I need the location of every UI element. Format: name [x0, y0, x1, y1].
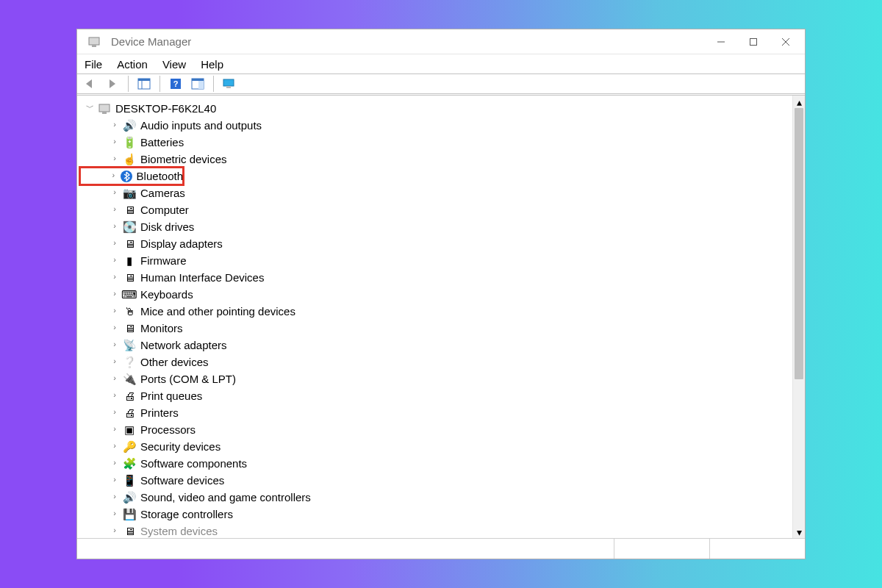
chevron-right-icon[interactable]: ›: [110, 302, 120, 319]
tree-category[interactable]: ›📷Cameras: [80, 184, 792, 201]
tree-category[interactable]: ›Bluetooth: [80, 168, 183, 184]
tree-category[interactable]: ›🖥Computer: [80, 201, 792, 218]
chevron-right-icon[interactable]: ›: [110, 437, 120, 454]
tree-category[interactable]: ›🔑Security devices: [80, 438, 792, 455]
category-label: Human Interface Devices: [140, 269, 264, 286]
toolbar-help-icon[interactable]: ?: [167, 76, 184, 92]
chevron-right-icon[interactable]: ›: [110, 285, 120, 302]
tree-category[interactable]: ›📡Network adapters: [80, 337, 792, 354]
chevron-right-icon[interactable]: ›: [110, 116, 120, 133]
minimize-button[interactable]: [705, 31, 737, 53]
tree-category[interactable]: ›🖥Display adapters: [80, 235, 792, 252]
close-button[interactable]: [770, 31, 802, 53]
category-label: Computer: [140, 201, 189, 218]
tree-category[interactable]: ›🖥System devices: [80, 523, 792, 538]
category-label: Audio inputs and outputs: [140, 117, 262, 134]
tree-category[interactable]: ›▮Firmware: [80, 252, 792, 269]
chevron-right-icon[interactable]: ›: [110, 336, 120, 353]
category-label: Other devices: [140, 354, 209, 370]
category-icon: 📱: [123, 474, 136, 487]
chevron-right-icon[interactable]: ›: [110, 251, 120, 268]
scroll-track[interactable]: [793, 108, 805, 526]
svg-rect-3: [750, 38, 757, 45]
category-icon: 🖨: [123, 390, 136, 403]
chevron-right-icon[interactable]: ›: [110, 218, 120, 234]
category-icon: 🖨: [123, 406, 136, 420]
statusbar: [77, 538, 805, 559]
toolbar-properties-icon[interactable]: [189, 76, 207, 92]
tree-category[interactable]: ›💾Storage controllers: [80, 506, 792, 523]
scroll-down-icon[interactable]: ▾: [793, 526, 805, 538]
chevron-right-icon[interactable]: ›: [110, 353, 120, 370]
tree-category[interactable]: ›⌨Keyboards: [80, 286, 792, 303]
chevron-right-icon[interactable]: ›: [110, 522, 120, 538]
chevron-right-icon[interactable]: ›: [110, 488, 120, 505]
vertical-scrollbar[interactable]: ▴ ▾: [792, 96, 805, 538]
tree-category[interactable]: ›🖥Human Interface Devices: [80, 269, 792, 286]
category-label: Software devices: [140, 472, 224, 489]
chevron-right-icon[interactable]: ›: [110, 420, 120, 437]
chevron-right-icon[interactable]: ›: [110, 150, 120, 167]
category-label: Processors: [140, 421, 196, 438]
toolbar-forward-icon[interactable]: [104, 76, 121, 92]
tree-category[interactable]: ›💽Disk drives: [80, 218, 792, 235]
tree-category[interactable]: ›🖨Print queues: [80, 387, 792, 404]
chevron-right-icon[interactable]: ›: [110, 404, 120, 420]
tree-category[interactable]: ›🔊Sound, video and game controllers: [80, 489, 792, 506]
tree-category[interactable]: ›🔋Batteries: [80, 134, 792, 151]
chevron-right-icon[interactable]: ›: [110, 387, 120, 404]
tree-category[interactable]: ›🔊Audio inputs and outputs: [80, 117, 792, 134]
chevron-right-icon[interactable]: ›: [110, 471, 120, 488]
chevron-right-icon[interactable]: ›: [110, 234, 120, 251]
tree-category[interactable]: ›🧩Software components: [80, 455, 792, 472]
chevron-right-icon[interactable]: ›: [110, 454, 120, 471]
tree-category[interactable]: ›🖨Printers: [80, 404, 792, 421]
chevron-right-icon[interactable]: ›: [110, 201, 120, 218]
chevron-down-icon[interactable]: ﹀: [85, 99, 95, 116]
tree-category[interactable]: ›🔌Ports (COM & LPT): [80, 370, 792, 387]
menu-file[interactable]: File: [85, 58, 102, 71]
tree-category[interactable]: ›❔Other devices: [80, 354, 792, 370]
category-icon: ⌨: [123, 288, 136, 301]
svg-rect-14: [223, 79, 234, 86]
chevron-right-icon[interactable]: ›: [110, 167, 118, 184]
menu-view[interactable]: View: [162, 58, 186, 71]
chevron-right-icon[interactable]: ›: [110, 268, 120, 285]
tree-category[interactable]: ›📱Software devices: [80, 472, 792, 489]
window-controls: [705, 31, 802, 53]
chevron-right-icon[interactable]: ›: [110, 184, 120, 201]
toolbar-tree-icon[interactable]: [135, 76, 153, 92]
statusbar-cell: [709, 539, 805, 559]
category-label: Keyboards: [140, 286, 193, 303]
svg-rect-13: [198, 81, 204, 89]
tree-category[interactable]: ›🖥Monitors: [80, 320, 792, 337]
category-icon: 🖥: [123, 204, 136, 217]
toolbar-separator: [213, 76, 214, 92]
toolbar-separator: [159, 76, 160, 92]
menu-action[interactable]: Action: [117, 58, 148, 71]
category-icon: 💽: [123, 220, 136, 234]
category-label: Software components: [140, 455, 247, 472]
category-icon: 🧩: [123, 457, 136, 470]
toolbar-monitors-icon[interactable]: [220, 76, 238, 92]
scroll-up-icon[interactable]: ▴: [793, 96, 805, 108]
device-tree[interactable]: ﹀ DESKTOP-F6K2L40 ›🔊Audio inputs and out…: [77, 96, 792, 538]
root-label: DESKTOP-F6K2L40: [115, 100, 216, 117]
tree-root[interactable]: ﹀ DESKTOP-F6K2L40: [80, 100, 792, 117]
chevron-right-icon[interactable]: ›: [110, 133, 120, 150]
category-icon: 🔌: [123, 373, 136, 386]
chevron-right-icon[interactable]: ›: [110, 370, 120, 387]
tree-category[interactable]: ›🖱Mice and other pointing devices: [80, 303, 792, 320]
category-label: Biometric devices: [140, 151, 227, 168]
chevron-right-icon[interactable]: ›: [110, 319, 120, 336]
tree-category[interactable]: ›▣Processors: [80, 421, 792, 438]
svg-rect-12: [192, 79, 204, 81]
scroll-thumb[interactable]: [795, 108, 803, 379]
menu-help[interactable]: Help: [201, 58, 223, 71]
svg-rect-15: [226, 86, 231, 88]
chevron-right-icon[interactable]: ›: [110, 505, 120, 522]
toolbar-back-icon[interactable]: [82, 76, 99, 92]
maximize-button[interactable]: [737, 31, 770, 53]
tree-category[interactable]: ›☝Biometric devices: [80, 151, 792, 168]
svg-rect-0: [89, 37, 99, 45]
